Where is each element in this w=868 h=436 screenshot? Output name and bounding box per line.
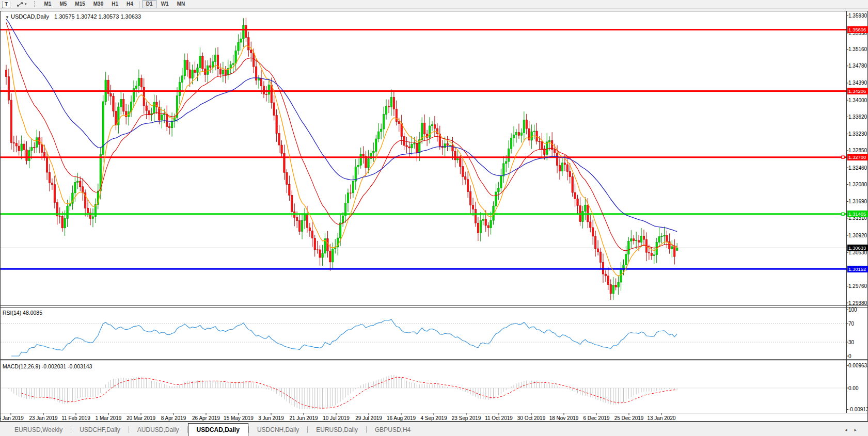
date-tick-label: 18 Nov 2019	[549, 415, 579, 421]
price-axis-badge: 1.35606	[847, 26, 868, 33]
date-tick-label: 29 Jul 2019	[355, 415, 382, 421]
svg-text:1.34780: 1.34780	[848, 63, 867, 69]
timeframe-toolbar: M1M5M15M30H1H4D1W1MN	[40, 0, 190, 8]
date-tick-label: 11 Oct 2019	[485, 415, 513, 421]
resize-arrows-icon	[17, 2, 23, 7]
date-tick-label: 3 Jun 2019	[258, 415, 284, 421]
price-axis-badge: 1.34206	[847, 88, 868, 94]
date-tick-label: 8 Apr 2019	[161, 415, 186, 421]
tab-scroll-left-icon[interactable]: ◂	[845, 427, 847, 432]
svg-text:0.00: 0.00	[848, 385, 859, 391]
timeframe-button-h4[interactable]: H4	[123, 0, 137, 8]
chart-tab-usdcad-daily[interactable]: USDCAD,Daily	[188, 423, 248, 436]
svg-text:1.34000: 1.34000	[848, 98, 867, 103]
date-tick-label: 20 Mar 2019	[127, 415, 156, 421]
svg-text:1.34390: 1.34390	[848, 80, 867, 86]
svg-text:1.32080: 1.32080	[848, 182, 867, 187]
chart-frame	[1, 11, 868, 422]
svg-text:1.33230: 1.33230	[848, 131, 867, 137]
svg-text:0.009633: 0.009633	[848, 363, 868, 368]
date-tick-label: 10 Jul 2019	[323, 415, 350, 421]
svg-text:1.33620: 1.33620	[848, 114, 867, 120]
chart-tab-gbpusd-h4[interactable]: GBPUSD,H4	[367, 425, 419, 435]
toolbar-separator	[139, 1, 140, 8]
timeframe-button-m1[interactable]: M1	[41, 0, 55, 8]
level-line-handle[interactable]	[842, 156, 844, 158]
date-tick-label: 16 Aug 2019	[387, 415, 416, 421]
price-axis-badge: 1.30633	[847, 245, 868, 251]
svg-text:100: 100	[848, 307, 857, 313]
price-axis-badge: 1.30152	[847, 266, 868, 272]
svg-text:1.30920: 1.30920	[848, 233, 867, 238]
date-tick-label: 23 Jan 2019	[29, 415, 57, 421]
svg-text:0: 0	[848, 353, 851, 359]
level-line-handle[interactable]	[842, 213, 844, 215]
chart-tabs-bar: EURUSD,WeeklyUSDCHF,DailyAUDUSD,DailyUSD…	[0, 422, 868, 436]
svg-text:1.32850: 1.32850	[848, 148, 867, 153]
chart-title-symbol: USDCAD,Daily	[11, 13, 49, 20]
svg-text:1.35160: 1.35160	[848, 46, 867, 52]
svg-text:1.29380: 1.29380	[848, 300, 867, 306]
timeframe-button-mn[interactable]: MN	[173, 0, 189, 8]
chart-tab-usdcnh-daily[interactable]: USDCNH,Daily	[249, 425, 307, 435]
timeframe-button-h1[interactable]: H1	[108, 0, 122, 8]
toolbar-grip[interactable]	[34, 1, 36, 7]
svg-text:1.32460: 1.32460	[848, 165, 867, 171]
date-tick-label: 26 Apr 2019	[192, 415, 220, 421]
svg-text:70: 70	[848, 321, 855, 327]
chart-title-ohlc: 1.30575 1.30742 1.30573 1.30633	[54, 13, 141, 20]
date-tick-label: 4 Jan 2019	[0, 415, 24, 421]
crosshair-tool-button[interactable]: ▾	[15, 1, 28, 8]
svg-text:1.31690: 1.31690	[848, 199, 867, 204]
chart-tab-eurusd-weekly[interactable]: EURUSD,Weekly	[6, 425, 71, 435]
svg-text:30: 30	[848, 340, 855, 345]
date-tick-label: 30 Oct 2019	[517, 415, 546, 421]
text-tool-button[interactable]: T	[2, 1, 10, 8]
svg-text:-0.009134: -0.009134	[848, 407, 868, 412]
timeframe-button-m5[interactable]: M5	[56, 0, 70, 8]
timeframe-button-w1[interactable]: W1	[157, 0, 172, 8]
timeframe-button-d1[interactable]: D1	[143, 0, 156, 8]
date-tick-label: 11 Feb 2019	[61, 415, 90, 421]
chart-canvas[interactable]: 1.359301.355301.351601.347801.343901.340…	[0, 9, 868, 422]
svg-text:1.29760: 1.29760	[848, 283, 867, 289]
price-axis-badge: 1.31405	[847, 211, 868, 217]
date-tick-label: 15 May 2019	[224, 415, 254, 421]
macd-label: MACD(12,26,9) -0.002031 -0.003143	[3, 363, 92, 369]
chart-title: ▼ USDCAD,Daily1.30575 1.30742 1.30573 1.…	[4, 13, 141, 20]
date-tick-label: 25 Dec 2019	[614, 415, 644, 421]
top-toolbar: T ▾ M1M5M15M30H1H4D1W1MN	[0, 0, 868, 9]
chart-tab-audusd-daily[interactable]: AUDUSD,Daily	[129, 425, 187, 435]
date-tick-label: 6 Dec 2019	[583, 415, 610, 421]
rsi-label: RSI(14) 48.0085	[3, 310, 42, 316]
chevron-down-icon: ▾	[25, 2, 27, 6]
date-tick-label: 21 Jun 2019	[289, 415, 318, 421]
mt4-window: T ▾ M1M5M15M30H1H4D1W1MN 1.359301.355301…	[0, 0, 868, 436]
tab-scroll-right-icon[interactable]: ▸	[854, 427, 857, 432]
price-axis-badge: 1.32700	[847, 154, 868, 160]
date-tick-label: 1 Mar 2019	[96, 415, 122, 421]
chart-tab-eurusd-daily[interactable]: EURUSD,Daily	[308, 425, 366, 435]
timeframe-button-m15[interactable]: M15	[71, 0, 88, 8]
date-tick-label: 23 Sep 2019	[452, 415, 481, 421]
chart-tab-usdchf-daily[interactable]: USDCHF,Daily	[71, 425, 129, 435]
timeframe-button-m30[interactable]: M30	[90, 0, 107, 8]
date-tick-label: 13 Jan 2020	[647, 415, 675, 421]
chart-window: 1.359301.355301.351601.347801.343901.340…	[0, 9, 868, 422]
title-caret-icon: ▼	[5, 15, 9, 20]
svg-text:1.35930: 1.35930	[848, 13, 867, 19]
date-tick-label: 4 Sep 2019	[420, 415, 447, 421]
